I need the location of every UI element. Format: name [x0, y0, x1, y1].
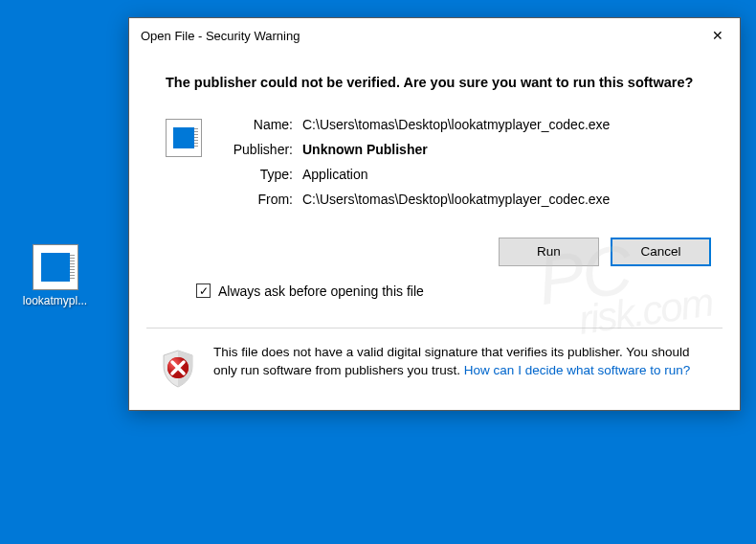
from-label: From:: [221, 192, 302, 207]
type-value: Application: [302, 167, 368, 182]
footer-text: This file does not have a valid digital …: [213, 343, 711, 380]
cancel-button[interactable]: Cancel: [611, 238, 711, 266]
close-button[interactable]: ✕: [696, 18, 740, 53]
publisher-label: Publisher:: [221, 142, 302, 157]
name-value: C:\Users\tomas\Desktop\lookatmyplayer_co…: [302, 117, 610, 132]
details-table: Name: C:\Users\tomas\Desktop\lookatmypla…: [221, 117, 610, 216]
checkmark-icon: ✓: [199, 284, 209, 298]
file-type-icon: [166, 119, 202, 157]
publisher-value: Unknown Publisher: [302, 142, 428, 157]
dialog-titlebar[interactable]: Open File - Security Warning ✕: [129, 18, 740, 53]
detail-row-name: Name: C:\Users\tomas\Desktop\lookatmypla…: [221, 117, 610, 132]
always-ask-checkbox[interactable]: ✓: [196, 283, 211, 298]
close-icon: ✕: [712, 28, 723, 43]
security-warning-dialog: Open File - Security Warning ✕ The publi…: [128, 17, 741, 411]
always-ask-row[interactable]: ✓ Always ask before opening this file: [196, 283, 711, 299]
detail-row-from: From: C:\Users\tomas\Desktop\lookatmypla…: [221, 192, 610, 207]
dialog-title: Open File - Security Warning: [141, 29, 300, 43]
type-label: Type:: [221, 167, 302, 182]
dialog-footer: This file does not have a valid digital …: [129, 329, 740, 410]
from-value: C:\Users\tomas\Desktop\lookatmyplayer_co…: [302, 192, 610, 207]
desktop-file-label: lookatmypl...: [23, 294, 87, 307]
dialog-body: The publisher could not be verified. Are…: [129, 53, 740, 322]
button-row: Run Cancel: [166, 238, 711, 266]
desktop-file-icon-image: [33, 244, 78, 290]
name-label: Name:: [221, 117, 302, 132]
file-details: Name: C:\Users\tomas\Desktop\lookatmypla…: [166, 117, 711, 216]
desktop-file-icon[interactable]: lookatmypl...: [14, 244, 96, 307]
detail-row-type: Type: Application: [221, 167, 610, 182]
run-button[interactable]: Run: [499, 238, 599, 266]
footer-help-link[interactable]: How can I decide what software to run?: [464, 363, 690, 377]
shield-warning-icon: [158, 349, 198, 389]
detail-row-publisher: Publisher: Unknown Publisher: [221, 142, 610, 157]
warning-question: The publisher could not be verified. Are…: [166, 74, 711, 92]
always-ask-label: Always ask before opening this file: [218, 283, 424, 299]
